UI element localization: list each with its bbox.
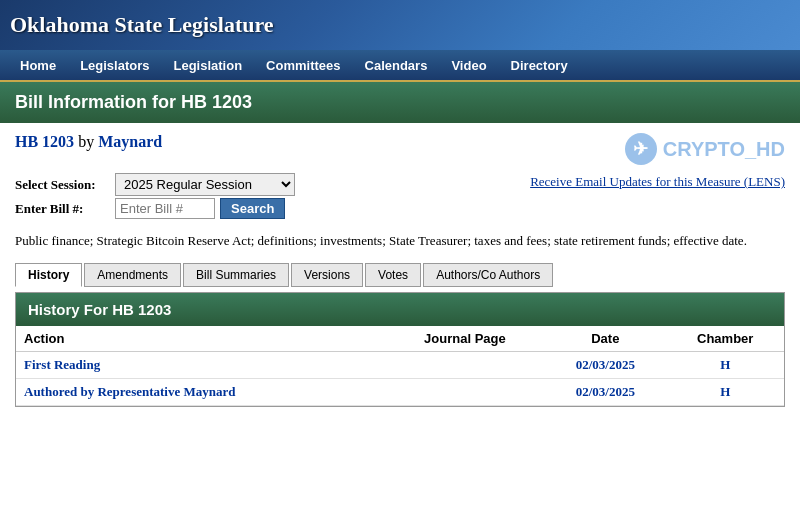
tab-history[interactable]: History [15,263,82,287]
journal-1 [386,378,545,405]
bill-header: HB 1203 by Maynard ✈ CRYPTO_HD [15,133,785,165]
session-select[interactable]: 2025 Regular Session [115,173,295,196]
watermark-text: CRYPTO_HD [663,138,785,161]
bill-number: HB 1203 [15,133,74,150]
bill-input-label: Enter Bill #: [15,201,115,217]
nav-directory[interactable]: Directory [499,52,580,79]
chamber-1: H [666,378,784,405]
action-first-reading[interactable]: First Reading [16,351,386,378]
session-label: Select Session: [15,177,115,193]
chamber-0: H [666,351,784,378]
table-row: First Reading 02/03/2025 H [16,351,784,378]
nav-legislators[interactable]: Legislators [68,52,161,79]
journal-0 [386,351,545,378]
enter-bill-row: Enter Bill #: Search [15,198,785,219]
col-journal: Journal Page [386,326,545,352]
col-action: Action [16,326,386,352]
history-section-title: History For HB 1203 [16,293,784,326]
tab-votes[interactable]: Votes [365,263,421,287]
bill-description: Public finance; Strategic Bitcoin Reserv… [15,231,785,251]
bill-info: HB 1203 by Maynard [15,133,162,151]
col-date: Date [544,326,666,352]
lens-link[interactable]: Receive Email Updates for this Measure (… [530,174,785,189]
table-row: Authored by Representative Maynard 02/03… [16,378,784,405]
tab-bill-summaries[interactable]: Bill Summaries [183,263,289,287]
bill-author: Maynard [98,133,162,150]
search-button[interactable]: Search [220,198,285,219]
nav-bar: Home Legislators Legislation Committees … [0,50,800,82]
tab-amendments[interactable]: Amendments [84,263,181,287]
date-0: 02/03/2025 [544,351,666,378]
page-title-bar: Bill Information for HB 1203 [0,82,800,123]
history-table: Action Journal Page Date Chamber First R… [16,326,784,406]
action-authored[interactable]: Authored by Representative Maynard [16,378,386,405]
date-1: 02/03/2025 [544,378,666,405]
header-banner: Oklahoma State Legislature [0,0,800,50]
nav-video[interactable]: Video [439,52,498,79]
nav-home[interactable]: Home [8,52,68,79]
tab-versions[interactable]: Versions [291,263,363,287]
col-chamber: Chamber [666,326,784,352]
page-title: Bill Information for HB 1203 [15,92,252,112]
watermark-icon: ✈ [625,133,657,165]
nav-committees[interactable]: Committees [254,52,352,79]
bill-number-input[interactable] [115,198,215,219]
nav-legislation[interactable]: Legislation [161,52,254,79]
site-title: Oklahoma State Legislature [10,12,274,38]
watermark-area: ✈ CRYPTO_HD [625,133,785,165]
tab-authors[interactable]: Authors/Co Authors [423,263,553,287]
tabs-container: History Amendments Bill Summaries Versio… [15,263,785,287]
history-section: History For HB 1203 Action Journal Page … [15,292,785,407]
bill-by: by [78,133,94,150]
main-content: HB 1203 by Maynard ✈ CRYPTO_HD Select Se… [0,123,800,417]
nav-calendars[interactable]: Calendars [353,52,440,79]
